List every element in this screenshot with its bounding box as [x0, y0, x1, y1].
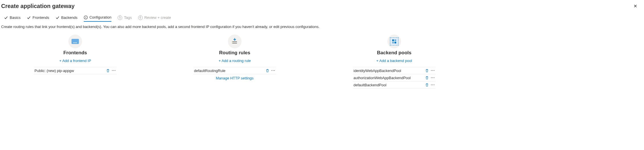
config-columns: Frontends + Add a frontend IP Public: (n… [1, 35, 641, 89]
delete-icon[interactable] [425, 83, 429, 87]
routing-rules-column: Routing rules + Add a routing rule defau… [161, 35, 309, 89]
add-routing-rule-link[interactable]: + Add a routing rule [218, 59, 251, 63]
svg-rect-6 [394, 42, 396, 43]
more-icon[interactable]: ··· [271, 68, 275, 73]
tab-basics[interactable]: Basics [4, 15, 21, 21]
add-frontend-ip-link[interactable]: + Add a frontend IP [59, 59, 91, 63]
backend-pools-column: Backend pools + Add a backend pool ident… [320, 35, 468, 89]
tab-label: Basics [10, 15, 21, 20]
item-label: defaultBackendPool [353, 83, 387, 87]
column-title: Routing rules [219, 50, 250, 56]
frontends-list: Public: (new) pip-appgw ··· [34, 67, 116, 74]
backend-pools-list: identityWebAppBackendPool ··· authorizat… [353, 67, 436, 89]
info-icon [84, 15, 88, 19]
svg-rect-2 [85, 16, 86, 17]
manage-http-settings-link[interactable]: Manage HTTP settings [216, 76, 254, 80]
item-label: Public: (new) pip-appgw [34, 69, 74, 73]
tab-label: Tags [124, 15, 132, 20]
tab-frontends[interactable]: Frontends [27, 15, 49, 21]
tab-label: Backends [61, 15, 77, 20]
svg-rect-4 [394, 39, 396, 41]
more-icon[interactable]: ··· [431, 68, 435, 73]
item-label: identityWebAppBackendPool [353, 69, 401, 73]
backend-pools-icon [387, 35, 401, 48]
tab-label: Frontends [32, 15, 49, 20]
check-icon [4, 16, 8, 20]
list-item[interactable]: authorizationWebAppBackendPool ··· [353, 74, 436, 81]
list-item[interactable]: identityWebAppBackendPool ··· [353, 67, 436, 74]
routing-icon [228, 35, 242, 48]
more-icon[interactable]: ··· [112, 68, 116, 73]
tab-label: Review + create [144, 15, 171, 20]
svg-rect-1 [85, 17, 86, 18]
step-number: 6 [138, 15, 143, 20]
tab-tags[interactable]: 5 Tags [118, 15, 132, 22]
svg-rect-5 [392, 42, 394, 43]
delete-icon[interactable] [425, 76, 429, 80]
list-item[interactable]: defaultBackendPool ··· [353, 81, 436, 89]
add-backend-pool-link[interactable]: + Add a backend pool [376, 59, 412, 63]
page-header: Create application gateway ✕ [1, 2, 641, 14]
wizard-tabs: Basics Frontends Backends Configuration … [1, 14, 641, 22]
column-title: Frontends [63, 50, 87, 56]
step-number: 5 [118, 15, 122, 20]
tab-configuration[interactable]: Configuration [84, 15, 111, 22]
frontends-column: Frontends + Add a frontend IP Public: (n… [1, 35, 149, 89]
routing-list: defaultRoutingRule ··· [193, 67, 276, 74]
more-icon[interactable]: ··· [431, 75, 435, 80]
frontends-icon [68, 35, 82, 48]
more-icon[interactable]: ··· [431, 83, 435, 87]
delete-icon[interactable] [106, 69, 110, 73]
delete-icon[interactable] [265, 69, 269, 73]
item-label: authorizationWebAppBackendPool [353, 76, 411, 80]
list-item[interactable]: Public: (new) pip-appgw ··· [34, 67, 116, 74]
svg-rect-3 [392, 39, 394, 41]
check-icon [56, 16, 60, 20]
check-icon [27, 16, 31, 20]
delete-icon[interactable] [425, 69, 429, 73]
tab-review-create[interactable]: 6 Review + create [138, 15, 171, 22]
list-item[interactable]: defaultRoutingRule ··· [193, 67, 276, 74]
column-title: Backend pools [377, 50, 412, 56]
item-label: defaultRoutingRule [194, 69, 226, 73]
tab-label: Configuration [89, 15, 111, 19]
tab-backends[interactable]: Backends [56, 15, 77, 21]
description-text: Create routing rules that link your fron… [1, 22, 641, 35]
close-button[interactable]: ✕ [631, 2, 639, 10]
page-title: Create application gateway [1, 3, 75, 9]
